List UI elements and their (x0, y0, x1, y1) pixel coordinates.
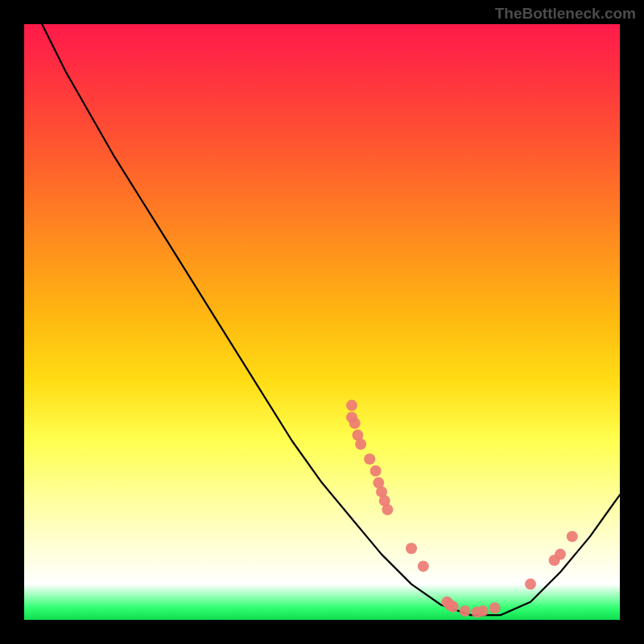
svg-point-18 (477, 605, 489, 617)
chart-container: TheBottleneck.com (0, 0, 644, 644)
plot-area (24, 24, 620, 620)
svg-point-16 (460, 605, 471, 617)
svg-point-15 (448, 601, 459, 613)
svg-point-10 (382, 504, 393, 515)
svg-point-4 (355, 439, 366, 450)
svg-point-14 (444, 600, 456, 611)
svg-point-12 (418, 560, 429, 572)
svg-point-13 (441, 597, 452, 608)
svg-point-19 (489, 602, 501, 613)
watermark-text: TheBottleneck.com (495, 5, 636, 23)
svg-point-0 (346, 400, 357, 411)
svg-point-8 (376, 486, 387, 497)
svg-point-20 (525, 579, 536, 590)
svg-point-17 (471, 606, 482, 617)
svg-point-22 (555, 549, 566, 560)
svg-point-3 (352, 430, 363, 441)
bottleneck-curve (24, 24, 620, 620)
svg-point-6 (370, 465, 382, 477)
svg-point-2 (349, 418, 361, 429)
svg-point-9 (379, 495, 390, 506)
svg-point-23 (567, 530, 578, 542)
svg-point-1 (346, 411, 357, 423)
svg-point-7 (373, 477, 384, 489)
svg-point-21 (549, 555, 560, 566)
svg-point-5 (364, 453, 375, 464)
svg-point-11 (406, 543, 417, 554)
